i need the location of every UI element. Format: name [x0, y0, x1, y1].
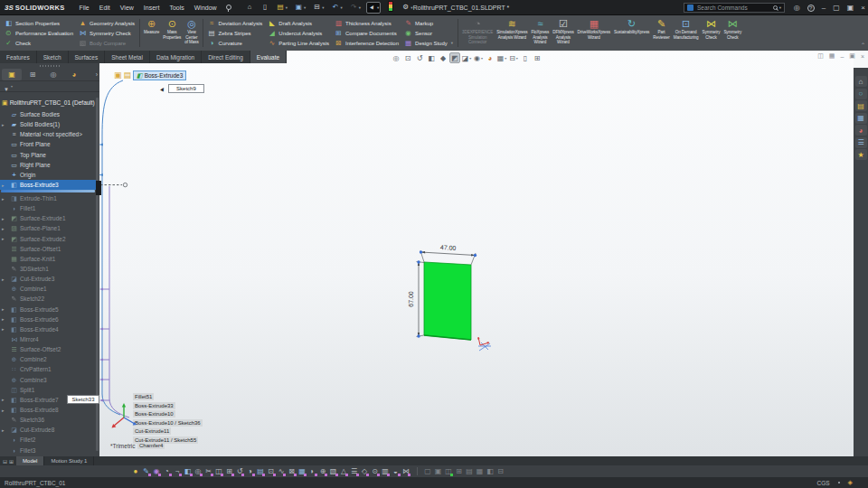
- tree-item[interactable]: Sketch22: [0, 294, 97, 304]
- split-vertical-icon[interactable]: [9, 458, 14, 465]
- document-window-button[interactable]: [817, 52, 824, 60]
- macro-tool-icon[interactable]: ●: [131, 466, 140, 476]
- macro-tool-icon[interactable]: ▧: [329, 466, 338, 476]
- tree-item[interactable]: Boss-Extrude4: [0, 324, 97, 334]
- macro-tool-icon[interactable]: ⊠: [288, 466, 297, 476]
- breadcrumb-selected-feature[interactable]: Boss-Extrude3: [133, 70, 186, 80]
- tree-item[interactable]: Surface-Offset1: [0, 244, 97, 254]
- expand-arrow-icon[interactable]: [2, 236, 6, 241]
- tree-item[interactable]: Surface-Plane1: [0, 223, 97, 233]
- sketch-callout[interactable]: ► Sketch9: [159, 84, 204, 93]
- heads-up-button[interactable]: [438, 52, 448, 63]
- ribbon-big-button[interactable]: DFMXpress Analysis Wizard: [551, 17, 575, 46]
- tree-item[interactable]: Surface-Offset2: [0, 344, 97, 354]
- expand-arrow-icon[interactable]: [2, 408, 6, 413]
- panel-tab[interactable]: [43, 69, 63, 80]
- ribbon-button[interactable]: Compare Documents: [335, 28, 399, 38]
- macro-tool-disabled-icon[interactable]: ◫: [444, 466, 453, 476]
- command-tab[interactable]: Data Migration: [150, 51, 202, 63]
- tree-callout[interactable]: Sketch33: [67, 395, 99, 404]
- tree-item[interactable]: Right Plane: [0, 160, 97, 170]
- macro-tool-icon[interactable]: ◑: [246, 466, 255, 476]
- status-units[interactable]: CGS: [817, 480, 830, 486]
- tree-item[interactable]: Origin: [0, 170, 97, 180]
- tree-item[interactable]: Boss-Extrude8: [0, 405, 97, 415]
- ribbon-button[interactable]: Symmetry Check: [79, 28, 135, 38]
- macro-tool-icon[interactable]: ⊙: [371, 466, 380, 476]
- ribbon-button[interactable]: Body Compare: [79, 38, 135, 48]
- ribbon-big-button[interactable]: Measure: [142, 17, 161, 36]
- task-pane-button[interactable]: [855, 113, 867, 124]
- feature-annotation-label[interactable]: Fillet51: [133, 393, 154, 400]
- ribbon-big-button[interactable]: Symmetry Check: [701, 17, 722, 41]
- macro-tool-icon[interactable]: ↺: [235, 466, 244, 476]
- menu-item[interactable]: Edit: [99, 5, 110, 11]
- ribbon-button[interactable]: Undercut Analysis: [268, 28, 329, 38]
- tree-item[interactable]: Extrude-Thin1: [0, 193, 97, 203]
- tree-item[interactable]: 3DSketch1: [0, 264, 97, 274]
- macro-tool-disabled-icon[interactable]: ⊞: [455, 466, 464, 476]
- expand-arrow-icon[interactable]: [2, 196, 6, 202]
- window-control-button[interactable]: [861, 4, 865, 12]
- tree-item[interactable]: Surface-Extrude2: [0, 234, 97, 244]
- heads-up-button[interactable]: [485, 52, 495, 63]
- macro-tool-icon[interactable]: ✂: [204, 466, 213, 476]
- model-tab[interactable]: Model: [16, 456, 44, 465]
- task-pane-button[interactable]: [855, 137, 867, 148]
- panel-tab[interactable]: [23, 69, 42, 80]
- macro-tool-disabled-icon[interactable]: ⊟: [496, 466, 505, 476]
- expand-arrow-icon[interactable]: [2, 277, 6, 282]
- heads-up-button[interactable]: [461, 52, 472, 63]
- heads-up-button[interactable]: [532, 52, 542, 63]
- breadcrumb-part-icon[interactable]: [114, 71, 122, 80]
- window-control-button[interactable]: [833, 4, 840, 12]
- task-pane-button[interactable]: [855, 76, 867, 87]
- ribbon-big-button[interactable]: On Demand Manufacturing: [672, 17, 701, 41]
- expand-arrow-icon[interactable]: [2, 122, 6, 127]
- macro-tool-icon[interactable]: ◔: [163, 466, 172, 476]
- graphics-viewport[interactable]: Boss-Extrude3 ► Sketch9 Fillet51Boss-Ext…: [99, 51, 854, 456]
- macro-tool-icon[interactable]: ⊞: [225, 466, 234, 476]
- heads-up-button[interactable]: [449, 52, 460, 63]
- search-input[interactable]: [695, 4, 771, 12]
- tree-item[interactable]: Solid Bodies(1): [0, 119, 97, 129]
- menu-item[interactable]: Window: [194, 5, 217, 11]
- ribbon-big-button[interactable]: SustainabilityXpress: [612, 17, 651, 36]
- command-tab[interactable]: Features: [0, 51, 37, 63]
- macro-tool-icon[interactable]: ◎: [193, 466, 203, 476]
- document-window-button[interactable]: [829, 52, 835, 60]
- tree-item[interactable]: Top Plane: [0, 150, 97, 160]
- menu-item[interactable]: Tools: [169, 5, 184, 11]
- ribbon-button[interactable]: Sensor: [404, 28, 453, 38]
- ribbon-button[interactable]: Thickness Analysis: [335, 18, 399, 28]
- task-pane-button[interactable]: [855, 149, 867, 160]
- ribbon-button[interactable]: Parting Line Analysis: [268, 38, 329, 48]
- pin-icon[interactable]: [225, 4, 231, 12]
- heads-up-button[interactable]: [520, 52, 531, 63]
- macro-tool-disabled-icon[interactable]: ▤: [465, 466, 474, 476]
- macro-tool-icon[interactable]: ¬: [173, 466, 182, 476]
- expand-arrow-icon[interactable]: [2, 226, 6, 231]
- macro-tool-icon[interactable]: ⊕: [318, 466, 327, 476]
- heads-up-button[interactable]: [508, 52, 519, 63]
- tree-item[interactable]: Boss-Extrude5: [0, 305, 97, 314]
- macro-tool-icon[interactable]: ☰: [350, 466, 359, 476]
- panel-handle[interactable]: [40, 65, 60, 67]
- ribbon-big-button[interactable]: FloXpress Analysis Wizard: [529, 17, 551, 46]
- macro-tool-icon[interactable]: ▤: [256, 466, 265, 476]
- breadcrumb-parent-icon[interactable]: [124, 71, 132, 80]
- ribbon-button[interactable]: Draft Analysis: [268, 18, 329, 28]
- menu-item[interactable]: Insert: [144, 5, 160, 11]
- quick-access-button[interactable]: [311, 2, 326, 14]
- window-control-button[interactable]: [794, 4, 800, 12]
- command-tab[interactable]: Direct Editing: [202, 51, 250, 63]
- search-caret-icon[interactable]: ▾: [779, 5, 781, 10]
- ribbon-big-button[interactable]: 3DEXPERIENCE Simulation Connector: [460, 17, 495, 46]
- split-horizontal-icon[interactable]: [3, 458, 7, 465]
- ribbon-big-button[interactable]: View Center of Mass: [183, 17, 200, 46]
- panel-tabs-expand-icon[interactable]: ›: [96, 71, 98, 78]
- tree-item[interactable]: Surface-Knit1: [0, 254, 97, 264]
- rollback-bar[interactable]: [1, 190, 95, 192]
- macro-tool-icon[interactable]: ◇: [360, 466, 369, 476]
- command-tab[interactable]: Sheet Metal: [105, 51, 150, 63]
